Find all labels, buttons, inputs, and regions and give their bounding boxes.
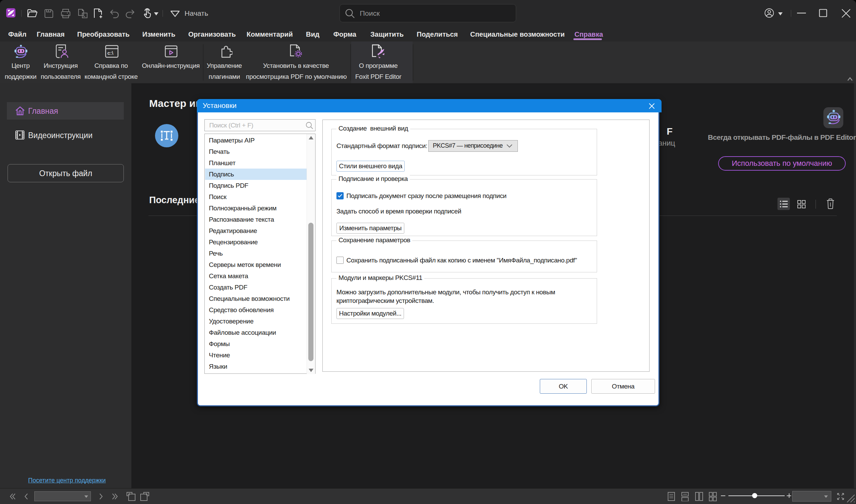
svg-text:c:\: c:\ [107,50,114,56]
